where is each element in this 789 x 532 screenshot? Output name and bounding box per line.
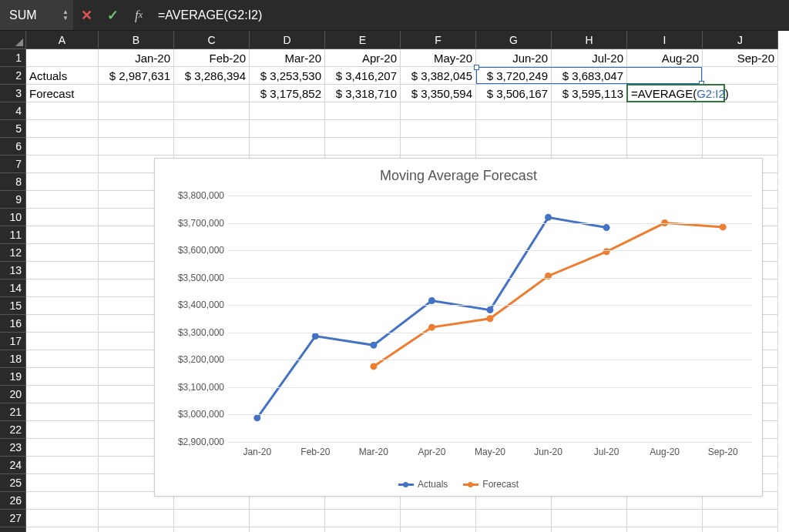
select-all-corner[interactable] (0, 31, 26, 49)
cell[interactable] (99, 102, 174, 120)
cell[interactable] (26, 350, 99, 368)
cell[interactable] (250, 138, 325, 156)
cell[interactable]: Apr-20 (325, 49, 401, 67)
column-header-H[interactable]: H (552, 31, 627, 49)
row-header-20[interactable]: 20 (0, 386, 26, 403)
cell[interactable] (26, 244, 99, 262)
row-header-19[interactable]: 19 (0, 368, 26, 386)
cell[interactable] (552, 102, 627, 120)
cell[interactable] (250, 102, 325, 120)
cell[interactable] (99, 120, 174, 138)
row-header-24[interactable]: 24 (0, 457, 26, 474)
row-header-14[interactable]: 14 (0, 279, 26, 297)
cell[interactable]: $ 3,382,045 (401, 67, 476, 85)
cell[interactable]: Jun-20 (476, 49, 552, 67)
cell[interactable]: Jul-20 (552, 49, 627, 67)
embedded-chart[interactable]: Moving Average Forecast $2,900,000$3,000… (154, 158, 763, 497)
cell[interactable] (26, 315, 99, 333)
cell[interactable]: $ 3,350,594 (401, 85, 476, 102)
active-cell-editor[interactable]: =AVERAGE(G2:I2) (626, 84, 725, 102)
cell[interactable] (99, 138, 174, 156)
row-header-2[interactable]: 2 (0, 67, 26, 85)
cell[interactable] (627, 102, 703, 120)
cell[interactable] (26, 421, 99, 439)
cell[interactable] (26, 262, 99, 279)
cell[interactable] (703, 138, 778, 156)
cell[interactable]: May-20 (401, 49, 476, 67)
cell[interactable] (174, 120, 250, 138)
cell[interactable] (401, 102, 476, 120)
cell[interactable] (174, 85, 250, 102)
cell[interactable] (26, 138, 99, 156)
cell[interactable] (174, 527, 250, 532)
cell[interactable] (703, 527, 778, 532)
cell[interactable] (703, 102, 778, 120)
column-header-G[interactable]: G (476, 31, 552, 49)
cell[interactable] (250, 120, 325, 138)
cell[interactable] (476, 510, 552, 527)
row-header-12[interactable]: 12 (0, 244, 26, 262)
cell[interactable] (552, 138, 627, 156)
cell[interactable]: Feb-20 (174, 49, 250, 67)
cell[interactable] (174, 138, 250, 156)
cell[interactable] (26, 209, 99, 226)
row-header-25[interactable]: 25 (0, 474, 26, 492)
cell[interactable] (476, 138, 552, 156)
cell[interactable]: $ 3,318,710 (325, 85, 401, 102)
row-header-28[interactable]: 28 (0, 527, 26, 532)
cell[interactable] (26, 368, 99, 386)
cell[interactable] (401, 120, 476, 138)
cell[interactable] (627, 120, 703, 138)
cell[interactable] (26, 527, 99, 532)
cell[interactable]: Sep-20 (703, 49, 778, 67)
cell[interactable] (26, 510, 99, 527)
cell[interactable] (552, 510, 627, 527)
cell[interactable] (703, 120, 778, 138)
row-header-22[interactable]: 22 (0, 421, 26, 439)
cell[interactable] (627, 138, 703, 156)
cell[interactable] (26, 102, 99, 120)
fx-icon[interactable]: fx (126, 0, 152, 30)
row-header-7[interactable]: 7 (0, 156, 26, 173)
confirm-icon[interactable]: ✓ (99, 0, 126, 30)
row-header-6[interactable]: 6 (0, 138, 26, 156)
cell[interactable] (26, 439, 99, 457)
cell[interactable] (26, 457, 99, 474)
cell[interactable] (26, 279, 99, 297)
cell[interactable] (627, 527, 703, 532)
row-header-27[interactable]: 27 (0, 510, 26, 527)
cell[interactable]: $ 2,987,631 (99, 67, 174, 85)
row-header-21[interactable]: 21 (0, 403, 26, 421)
cell[interactable] (627, 510, 703, 527)
cell[interactable] (401, 527, 476, 532)
cell[interactable] (26, 474, 99, 492)
cell[interactable] (26, 492, 99, 510)
cell[interactable] (250, 510, 325, 527)
cell[interactable] (325, 138, 401, 156)
cell[interactable]: $ 3,683,047 (552, 67, 627, 85)
row-header-11[interactable]: 11 (0, 226, 26, 244)
row-header-15[interactable]: 15 (0, 297, 26, 315)
cell[interactable] (703, 67, 778, 85)
cell[interactable] (703, 510, 778, 527)
cell[interactable] (26, 156, 99, 173)
column-header-A[interactable]: A (26, 31, 99, 49)
cell[interactable] (26, 49, 99, 67)
cell[interactable] (174, 510, 250, 527)
row-header-9[interactable]: 9 (0, 191, 26, 209)
cell[interactable]: $ 3,506,167 (476, 85, 552, 102)
formula-input[interactable]: =AVERAGE(G2:I2) (152, 8, 789, 22)
row-header-4[interactable]: 4 (0, 102, 26, 120)
column-header-E[interactable]: E (325, 31, 401, 49)
cell[interactable] (99, 510, 174, 527)
row-header-18[interactable]: 18 (0, 350, 26, 368)
cell[interactable] (476, 527, 552, 532)
row-header-8[interactable]: 8 (0, 173, 26, 191)
name-box-stepper-icon[interactable]: ▲▼ (62, 9, 69, 22)
row-header-23[interactable]: 23 (0, 439, 26, 457)
cell[interactable] (26, 297, 99, 315)
cell[interactable] (250, 527, 325, 532)
cell[interactable] (552, 120, 627, 138)
cell[interactable]: $ 3,720,249 (476, 67, 552, 85)
name-box[interactable]: SUM ▲▼ (0, 0, 73, 30)
